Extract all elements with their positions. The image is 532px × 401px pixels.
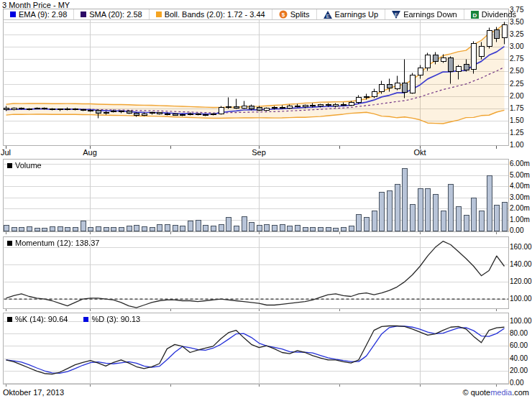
y-axis-label: 5.00m bbox=[510, 171, 530, 179]
y-axis-label: 4.00m bbox=[510, 182, 530, 190]
legend-item-sma: SMA (20): 2.58 bbox=[74, 9, 149, 19]
y-axis-label: 1.25 bbox=[510, 129, 523, 137]
svg-text:$: $ bbox=[281, 11, 285, 18]
y-axis-label: 120.00 bbox=[510, 277, 532, 285]
svg-text:E: E bbox=[395, 11, 398, 17]
svg-text:E: E bbox=[326, 14, 329, 19]
y-axis-label: 1.00 bbox=[510, 141, 523, 149]
panel-bottom-tick bbox=[339, 309, 340, 311]
momentum-tick-row bbox=[3, 309, 509, 312]
panel-bottom-tick bbox=[496, 309, 497, 311]
volume-panel: Volume bbox=[3, 159, 509, 232]
legend-item-splits: $ Splits bbox=[272, 9, 317, 19]
earnings-down-icon: E bbox=[392, 11, 400, 19]
momentum-legend: Momentum (12): 138.37 bbox=[7, 239, 99, 247]
stock-chart-page: 3 Month Price - MY EMA (9): 2.98 SMA (20… bbox=[0, 0, 532, 401]
y-axis-label: 60.00 bbox=[510, 341, 528, 349]
copyright-brand: media bbox=[490, 388, 512, 397]
stochastic-chart-canvas bbox=[4, 313, 508, 384]
volume-tick-row bbox=[3, 232, 509, 235]
y-axis-label: 100.00 bbox=[510, 317, 532, 325]
panel-bottom-tick bbox=[6, 384, 6, 387]
y-axis-label: 40.00 bbox=[510, 354, 528, 362]
panel-bottom-tick bbox=[170, 384, 171, 387]
panel-bottom-tick bbox=[420, 232, 421, 234]
y-axis-label: 80.00 bbox=[510, 329, 528, 337]
splits-icon: $ bbox=[279, 10, 288, 19]
footer-date: Oktober 17, 2013 bbox=[3, 388, 64, 397]
stochastic-tick-row bbox=[3, 384, 509, 387]
x-axis-label: Okt bbox=[413, 148, 426, 157]
dividends-icon: D bbox=[471, 11, 479, 19]
dividends-label: Dividends bbox=[482, 10, 516, 19]
sma-label: SMA (20): 2.58 bbox=[89, 10, 142, 19]
panel-bottom-tick bbox=[339, 232, 340, 234]
stochastic-d-swatch bbox=[83, 317, 88, 322]
stochastic-panel: %K (14): 90.64 %D (3): 90.13 bbox=[3, 313, 509, 384]
stochastic-legend: %K (14): 90.64 %D (3): 90.13 bbox=[7, 315, 140, 323]
x-axis-tick bbox=[170, 146, 171, 149]
y-axis-label: 160.00 bbox=[510, 243, 532, 251]
volume-chart-canvas bbox=[4, 160, 508, 231]
bollinger-swatch bbox=[156, 11, 162, 17]
momentum-label: Momentum (12): 138.37 bbox=[15, 239, 99, 247]
y-axis-label: 20.00 bbox=[510, 367, 528, 374]
ema-label: EMA (9): 2.98 bbox=[19, 10, 67, 19]
price-chart-canvas bbox=[4, 9, 508, 145]
y-axis-label: 1.50 bbox=[510, 116, 523, 124]
y-axis-label: 140.00 bbox=[510, 260, 532, 268]
panel-bottom-tick bbox=[339, 384, 340, 387]
y-axis-label: 2.75 bbox=[510, 55, 523, 63]
x-axis-label: Aug bbox=[83, 148, 97, 157]
earnings-up-label: Earnings Up bbox=[335, 10, 379, 19]
y-axis-label: 100.00 bbox=[510, 295, 532, 303]
legend-item-ema: EMA (9): 2.98 bbox=[4, 9, 74, 19]
panel-bottom-tick bbox=[259, 384, 260, 387]
panel-bottom-tick bbox=[420, 309, 421, 311]
panel-bottom-tick bbox=[170, 232, 171, 234]
panel-bottom-tick bbox=[496, 384, 497, 387]
x-axis-tick bbox=[339, 146, 340, 149]
y-axis-label: 3.00m bbox=[510, 193, 530, 201]
earnings-down-label: Earnings Down bbox=[403, 10, 457, 19]
legend-bar: EMA (9): 2.98 SMA (20): 2.58 Boll. Bands… bbox=[4, 9, 508, 20]
y-axis-label: 3.25 bbox=[510, 30, 523, 38]
panel-bottom-tick bbox=[90, 232, 91, 234]
panel-bottom-tick bbox=[259, 232, 260, 234]
y-axis-label: 0.00 bbox=[510, 226, 523, 234]
panel-bottom-tick bbox=[420, 384, 421, 387]
legend-item-earnings-up: E Earnings Up bbox=[317, 9, 386, 19]
panel-bottom-tick bbox=[90, 309, 91, 311]
panel-bottom-tick bbox=[496, 232, 497, 234]
x-axis-tick bbox=[496, 146, 497, 149]
x-axis-label: Sep bbox=[252, 148, 266, 157]
panel-bottom-tick bbox=[6, 309, 6, 311]
svg-text:D: D bbox=[472, 11, 477, 18]
copyright-suffix: .com bbox=[512, 388, 529, 397]
earnings-up-icon: E bbox=[324, 11, 332, 19]
legend-item-earnings-down: E Earnings Down bbox=[385, 9, 464, 19]
volume-label: Volume bbox=[15, 161, 42, 170]
volume-legend: Volume bbox=[7, 161, 42, 170]
stochastic-d-label: %D (3): 90.13 bbox=[91, 315, 140, 323]
panel-bottom-tick bbox=[259, 309, 260, 311]
legend-item-bollinger: Boll. Bands (2.0): 1.72 - 3.44 bbox=[150, 9, 272, 19]
stochastic-k-label: %K (14): 90.64 bbox=[15, 315, 68, 323]
ema-swatch bbox=[10, 11, 16, 17]
bollinger-label: Boll. Bands (2.0): 1.72 - 3.44 bbox=[165, 10, 265, 19]
x-axis-label: Jul bbox=[1, 148, 11, 157]
y-axis-label: 1.00m bbox=[510, 216, 530, 223]
y-axis-label: 2.00m bbox=[510, 204, 530, 212]
momentum-panel: Momentum (12): 138.37 bbox=[3, 236, 509, 309]
x-axis: JulAugSepOkt bbox=[3, 146, 509, 157]
y-axis-label: 3.00 bbox=[510, 42, 523, 50]
price-panel: EMA (9): 2.98 SMA (20): 2.58 Boll. Bands… bbox=[3, 9, 509, 146]
y-axis-label: 2.00 bbox=[510, 92, 523, 100]
sma-swatch bbox=[81, 11, 86, 17]
y-axis-label: 0.00 bbox=[510, 379, 523, 387]
momentum-chart-canvas bbox=[4, 237, 508, 308]
y-axis-label: 2.50 bbox=[510, 67, 523, 75]
volume-swatch bbox=[7, 163, 12, 168]
copyright-prefix: © quote bbox=[462, 388, 490, 397]
momentum-swatch bbox=[7, 241, 12, 246]
